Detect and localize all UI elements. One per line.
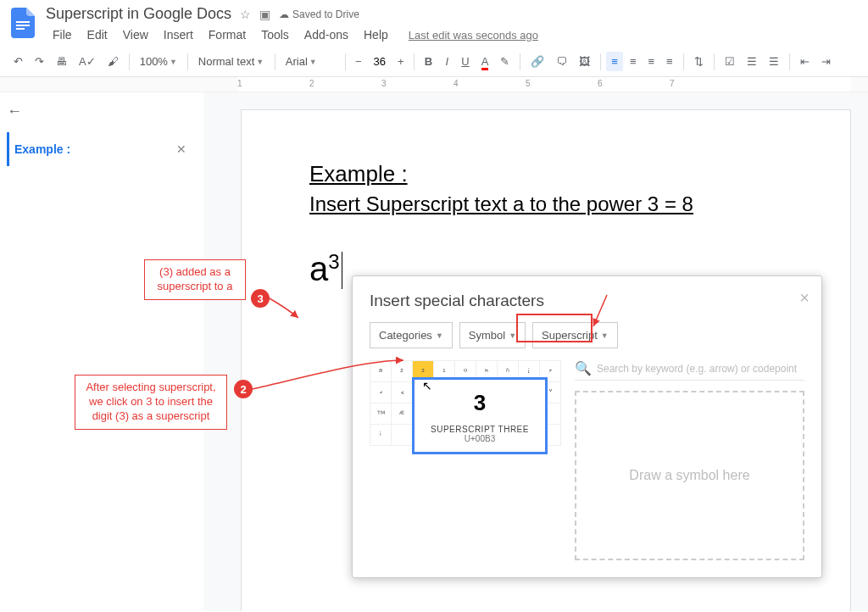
spellcheck-icon[interactable]: A✓ [74,52,101,71]
outline-item[interactable]: Example : ✕ [7,132,197,166]
comment-icon[interactable]: 🗨 [551,52,572,71]
zoom-select[interactable]: 100%▼ [135,53,182,70]
align-center-icon[interactable]: ≡ [625,52,642,71]
saved-label: Saved to Drive [292,8,359,20]
char-cell[interactable]: ᵀᴹ [370,403,392,425]
undo-icon[interactable]: ↶ [8,52,28,71]
menu-insert[interactable]: Insert [157,25,200,45]
star-icon[interactable]: ☆ [240,8,251,21]
outline-panel: ← Example : ✕ [0,92,203,611]
text-color-icon[interactable]: A [476,52,494,71]
svg-rect-0 [16,21,30,23]
save-status: ☁ Saved to Drive [279,8,359,20]
menu-view[interactable]: View [116,25,155,45]
toolbar: ↶ ↷ 🖶 A✓ 🖌 100%▼ Normal text▼ Arial▼ − +… [0,47,868,77]
char-cell[interactable]: ʴ [370,382,392,403]
style-select[interactable]: Normal text▼ [193,53,270,70]
search-icon: 🔍 [575,360,592,376]
decrease-size-button[interactable]: − [351,55,366,68]
menu-file[interactable]: File [46,25,79,45]
special-chars-popup: Insert special characters × Categories▼ … [352,275,822,578]
underline-icon[interactable]: U [456,52,474,71]
cursor-icon: ↖ [422,379,432,392]
menu-bar: File Edit View Insert Format Tools Add-o… [46,25,860,45]
annotation-badge-2: 2 [234,380,253,398]
char-cell[interactable]: ʵ [392,382,413,403]
numbered-list-icon[interactable]: ☰ [764,52,784,71]
filter-symbol[interactable]: Symbol▼ [459,322,526,348]
expression-a3: a3 [309,250,340,288]
increase-indent-icon[interactable]: ⇥ [816,52,836,71]
annotation-badge-3: 3 [251,289,270,308]
font-select[interactable]: Arial▼ [281,53,340,70]
menu-help[interactable]: Help [357,25,395,45]
text-cursor [342,252,342,289]
char-tooltip: 3 SUPERSCRIPT THREE U+00B3 [412,377,548,454]
font-size-input[interactable] [366,55,393,68]
char-cell[interactable]: ² [392,361,413,382]
doc-title[interactable]: Superscript in Google Docs [46,5,231,23]
filter-superscript[interactable]: Superscript▼ [532,322,618,348]
char-cell[interactable]: ⁱ [370,425,392,446]
outline-item-label: Example : [14,142,70,156]
align-right-icon[interactable]: ≡ [643,52,659,71]
char-cell[interactable]: ᴭ [392,403,413,425]
line-spacing-icon[interactable]: ⇅ [689,52,709,71]
char-cell[interactable]: ª [370,361,392,382]
menu-format[interactable]: Format [202,25,253,45]
checklist-icon[interactable]: ☑ [720,52,740,71]
svg-rect-1 [16,25,30,26]
link-icon[interactable]: 🔗 [526,52,549,71]
ruler: 1 2 3 4 5 6 7 [0,77,868,92]
draw-hint: Draw a symbol here [629,468,749,483]
font-size-stepper[interactable]: − + [351,55,409,68]
align-justify-icon[interactable]: ≡ [661,52,678,71]
highlight-icon[interactable]: ✎ [495,52,515,71]
docs-logo[interactable] [7,7,39,39]
char-search[interactable]: 🔍 [575,360,804,381]
filter-categories[interactable]: Categories▼ [370,322,453,348]
popup-title: Insert special characters [370,292,804,310]
popup-close-icon[interactable]: × [799,288,810,308]
italic-icon[interactable]: I [439,52,454,71]
align-left-icon[interactable]: ≡ [606,52,623,71]
outline-remove-icon[interactable]: ✕ [171,141,192,158]
heading-example: Example : [309,161,782,187]
move-icon[interactable]: ▣ [259,8,270,21]
app-header: Superscript in Google Docs ☆ ▣ ☁ Saved t… [0,0,868,47]
increase-size-button[interactable]: + [393,55,409,68]
redo-icon[interactable]: ↷ [30,52,49,71]
menu-edit[interactable]: Edit [81,25,114,45]
paint-format-icon[interactable]: 🖌 [103,52,124,71]
menu-tools[interactable]: Tools [254,25,296,45]
bold-icon[interactable]: B [420,52,437,71]
last-edit-link[interactable]: Last edit was seconds ago [402,25,545,45]
draw-symbol-box[interactable]: Draw a symbol here [575,391,804,560]
heading-sub: Insert Superscript text a to the power 3… [309,192,782,216]
bulleted-list-icon[interactable]: ☰ [742,52,762,71]
svg-rect-2 [16,28,25,30]
char-search-input[interactable] [597,363,804,375]
outline-back-icon[interactable]: ← [7,103,197,120]
print-icon[interactable]: 🖶 [51,52,72,71]
cloud-icon: ☁ [279,8,289,20]
decrease-indent-icon[interactable]: ⇤ [795,52,815,71]
image-icon[interactable]: 🖼 [574,52,595,71]
char-cell[interactable] [392,425,413,446]
menu-addons[interactable]: Add-ons [298,25,355,45]
